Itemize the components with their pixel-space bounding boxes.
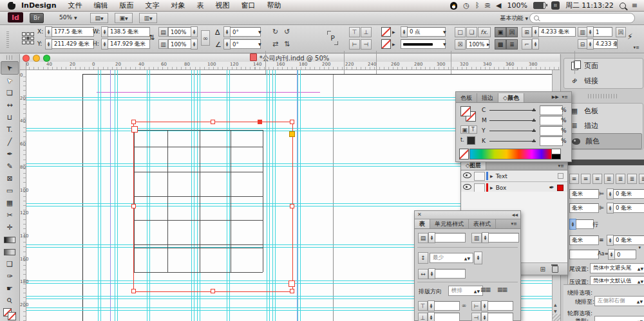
drop-cap-chars-field[interactable]: 0 [614, 250, 636, 259]
spotlight-icon[interactable] [620, 3, 626, 9]
eyedropper-tool[interactable]: ✑ [1, 270, 18, 282]
select-container-button[interactable]: □ [455, 27, 466, 37]
close-panel-icon[interactable]: ✕ [417, 212, 422, 217]
new-layer-icon[interactable]: ⊞ [540, 266, 545, 273]
column-width-field[interactable] [435, 269, 466, 279]
kinsoku-select[interactable]: 简体中文避头尾▲▼ [590, 263, 644, 273]
time-machine-icon[interactable]: ◷ [463, 1, 469, 10]
spectrum-none-swatch[interactable] [459, 149, 469, 160]
wrap-to-select[interactable]: 左侧和右侧▲▼ [594, 296, 644, 306]
y-field[interactable]: 211.429 毫米 [52, 39, 94, 49]
flip-horizontal-button[interactable]: ⇄ [270, 39, 280, 48]
gradient-tool[interactable] [1, 234, 18, 246]
columns-field[interactable]: 1 [593, 27, 612, 37]
reference-point-selector[interactable] [22, 32, 34, 44]
constrain-scale-link-icon[interactable]: ∞ [201, 30, 210, 46]
dock-item-color[interactable]: 颜色 [565, 133, 642, 149]
selection-tool[interactable]: ➤ [1, 61, 19, 75]
type-tool[interactable]: T. [1, 124, 18, 136]
view-options-button[interactable]: ▤ ▼ [90, 13, 108, 23]
channel-c-slider[interactable] [489, 110, 536, 111]
table-resize-handle[interactable] [289, 280, 295, 287]
selected-frame[interactable] [133, 122, 293, 292]
fill-dropdown[interactable]: ▶ [392, 30, 395, 34]
battery-icon[interactable] [533, 2, 545, 9]
fit-content-button[interactable]: ⊤ [349, 27, 360, 37]
shear-dropdown[interactable]: ▼ [258, 42, 261, 46]
h-field[interactable]: 147.929 毫米 [108, 39, 150, 49]
frame-fitting-button[interactable]: 回 [616, 27, 626, 37]
rows-field[interactable] [435, 233, 466, 243]
layer-lock-cell[interactable] [474, 183, 485, 192]
workspace-switcher[interactable]: 基本功能 ▼ [500, 14, 529, 23]
layer-selected-proxy[interactable] [557, 185, 564, 191]
notification-center-icon[interactable]: ≡ [632, 1, 638, 10]
cell-styles-tab[interactable]: 单元格样式 [430, 219, 469, 228]
last-line-indent-field[interactable]: 0 毫米 [613, 203, 644, 213]
horizontal-grid-tool[interactable]: ▦ [1, 197, 18, 209]
fill-swatch-none[interactable] [381, 27, 391, 37]
wrap-none-button[interactable]: ▣ [495, 27, 506, 37]
frame-handle-top[interactable] [211, 120, 215, 124]
channel-m-field[interactable] [540, 116, 563, 125]
channel-c-field[interactable] [540, 105, 563, 115]
drop-shadow-button[interactable]: ❏ [466, 27, 477, 37]
rotation-dropdown[interactable]: ▼ [258, 30, 261, 34]
center-content-button[interactable]: ⊢ [349, 39, 360, 50]
content-grabber[interactable] [131, 126, 138, 133]
content-collector-tool[interactable]: ⊔ [1, 111, 18, 124]
constrain-wh-icon[interactable]: ⇅ [149, 33, 155, 42]
justify-all-button[interactable]: ≣ [639, 174, 644, 184]
apple-menu-icon[interactable] [8, 2, 15, 10]
frame-handle-tl[interactable] [131, 120, 136, 124]
cell-align-bottom-icon[interactable]: ▦▦ [497, 286, 507, 293]
zoom-level-select[interactable]: 50% ▼ [59, 14, 77, 21]
frame-handle-left[interactable] [131, 204, 136, 208]
bluetooth-icon[interactable]: ᛒ [475, 1, 480, 10]
flip-vertical-button[interactable]: ⇅ [282, 39, 292, 48]
layers-tab[interactable]: ◇图层 [461, 162, 486, 170]
inset-bottom-field[interactable] [434, 313, 460, 321]
frame-handle-br[interactable] [290, 289, 294, 293]
rotate-cw-button[interactable]: ↻ [270, 27, 280, 36]
scale-x-stepper[interactable]: ▲▼ [191, 26, 198, 37]
fit-frame-button[interactable]: ⊥ [361, 27, 372, 37]
w-field[interactable]: 138.5 毫米 [108, 27, 150, 37]
qq-status-icon[interactable] [450, 2, 457, 10]
stroke-none-swatch[interactable] [8, 312, 16, 320]
left-indent-field[interactable]: 毫米 [569, 189, 599, 199]
scale-y-field[interactable]: 100% [168, 39, 194, 49]
color-panel-menu[interactable]: ▾≡ [562, 95, 568, 100]
direct-selection-tool[interactable]: ➤ [1, 75, 18, 87]
rectangle-frame-tool[interactable]: ⊠ [1, 172, 18, 185]
ruler-origin-box[interactable] [19, 62, 26, 70]
shear-field[interactable]: 0° [230, 39, 261, 49]
gradient-feather-tool[interactable] [1, 246, 18, 258]
menu-file[interactable]: 文件 [62, 1, 88, 10]
auto-fit-button[interactable]: ⊣ [361, 39, 372, 50]
corner-radius-field[interactable]: 4.233 毫米 [538, 27, 576, 37]
fill-stroke-proxy[interactable] [1, 307, 18, 321]
dock-item-stroke[interactable]: ≣描边 [564, 118, 643, 133]
align-left-button[interactable]: ≡ [569, 174, 579, 184]
menu-view[interactable]: 视图 [210, 1, 236, 10]
frame-handle-tr[interactable] [290, 120, 294, 124]
channel-k-slider[interactable] [489, 141, 536, 142]
menu-help[interactable]: 帮助 [261, 1, 287, 10]
layer-name[interactable]: Text [496, 173, 507, 179]
row-height-select[interactable]: 最少▲▼ [430, 253, 473, 263]
paragraph-panel-header[interactable] [568, 160, 644, 165]
gutter-field[interactable]: 4.233 毫 [593, 39, 618, 49]
search-input[interactable] [542, 14, 630, 22]
delete-layer-icon[interactable] [552, 266, 558, 273]
corner-options-widget[interactable] [289, 131, 295, 137]
menu-edit[interactable]: 编辑 [88, 1, 114, 10]
menu-app[interactable]: InDesign [15, 1, 62, 10]
collapse-panel-icon[interactable]: ◀◀ [512, 212, 518, 217]
zoom-tool[interactable]: ⚲ [1, 295, 18, 307]
table-styles-tab[interactable]: 表样式 [469, 219, 496, 228]
color-tab[interactable]: ◇颜色 [498, 93, 524, 102]
align-right-button[interactable]: ≡ [592, 174, 602, 184]
screen-mode-button[interactable]: ▣ ▼ [115, 13, 133, 23]
inset-top-field[interactable] [434, 301, 460, 311]
